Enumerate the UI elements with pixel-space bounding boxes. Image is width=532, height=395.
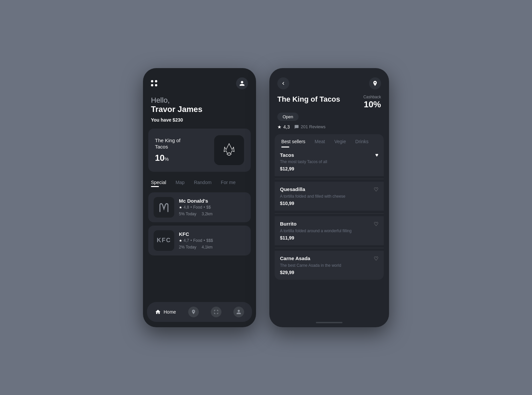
cat-tab-drinks[interactable]: Drinks bbox=[355, 139, 369, 148]
menu-item-header-tacos: Tacos ♥ bbox=[280, 152, 378, 158]
kfc-category: Food bbox=[193, 238, 202, 243]
kfc-distance: 4,1km bbox=[201, 245, 212, 249]
restaurant-meta-kfc: ★ 4,7 • Food • $$$ bbox=[179, 238, 245, 243]
menu-item-tacos[interactable]: Tacos ♥ The most tasty Tacos of all $12,… bbox=[275, 148, 384, 176]
restaurant-tags-kfc: 2% Today 4,1km bbox=[179, 245, 245, 249]
mcdonalds-distance: 3,2km bbox=[201, 212, 212, 216]
kfc-cashback: 2% Today bbox=[179, 245, 196, 249]
tab-special[interactable]: Special bbox=[151, 180, 166, 187]
menu-item-price-carneasada: $29,99 bbox=[280, 270, 378, 275]
menu-item-desc-burrito: A tortilla folded around a wonderful fil… bbox=[280, 229, 378, 233]
mcdonalds-rating: 4,8 bbox=[184, 205, 189, 210]
restaurant-card-mcdonalds[interactable]: Mc Donald's ★ 4,8 • Food • $$ 5% Today 3… bbox=[148, 192, 251, 222]
menu-item-desc-quesadilla: A tortilla folded and filled with cheese bbox=[280, 194, 378, 199]
mcdonalds-cashback: 5% Today bbox=[179, 212, 196, 216]
tab-random[interactable]: Random bbox=[194, 180, 211, 187]
heart-icon-burrito[interactable]: ♡ bbox=[374, 221, 378, 227]
menu-item-header-quesadilla: Quesadilla ♡ bbox=[280, 186, 378, 193]
restaurant-title: The King of Tacos bbox=[277, 95, 340, 104]
rating-value: 4,3 bbox=[283, 124, 290, 130]
promo-logo-box bbox=[214, 135, 244, 165]
cat-tab-meat[interactable]: Meat bbox=[315, 139, 325, 148]
cat-tab-vegie[interactable]: Vegie bbox=[334, 139, 346, 148]
star-icon-kfc: ★ bbox=[179, 239, 182, 243]
menu-item-header-carneasada: Carne Asada ♡ bbox=[280, 255, 378, 262]
star-filled-icon: ★ bbox=[277, 124, 282, 130]
menu-item-price-quesadilla: $10,99 bbox=[280, 201, 378, 206]
right-phone: The King of Tacos Cashback 10% Open ★ 4,… bbox=[269, 68, 389, 327]
promo-name: The King ofTacos bbox=[155, 137, 181, 150]
balance-prefix: You have bbox=[151, 117, 173, 123]
tab-forme[interactable]: For me bbox=[221, 180, 235, 187]
restaurant-header: The King of Tacos Cashback 10% bbox=[269, 95, 389, 110]
promo-text: The King ofTacos 10% bbox=[155, 137, 181, 163]
profile-button[interactable] bbox=[236, 77, 248, 89]
rating-row: ★ 4,3 201 Reviews bbox=[269, 120, 389, 134]
cashback-value: 10% bbox=[363, 99, 381, 110]
kfc-rating: 4,7 bbox=[184, 238, 189, 243]
nav-scan-button[interactable] bbox=[211, 307, 221, 317]
promo-card[interactable]: The King ofTacos 10% bbox=[148, 129, 251, 172]
greeting-section: Hello, Travor James bbox=[143, 93, 256, 114]
nav-profile-button[interactable] bbox=[233, 307, 244, 317]
restaurant-card-kfc[interactable]: KFC KFC ★ 4,7 • Food • $$$ 2% Today 4,1k… bbox=[148, 226, 251, 255]
back-button[interactable] bbox=[277, 77, 289, 89]
menu-item-burrito[interactable]: Burrito ♡ A tortilla folded around a won… bbox=[275, 216, 384, 245]
filter-tabs: Special Map Random For me bbox=[143, 174, 256, 190]
balance-amount: $230 bbox=[173, 117, 183, 123]
mcdonalds-category: Food bbox=[193, 205, 202, 210]
restaurant-tags-mcdonalds: 5% Today 3,2km bbox=[179, 212, 245, 216]
nav-location-button[interactable] bbox=[188, 307, 199, 317]
restaurant-name-mcdonalds: Mc Donald's bbox=[179, 198, 245, 204]
top-bar-left bbox=[143, 68, 256, 93]
tab-map[interactable]: Map bbox=[176, 180, 185, 187]
open-badge: Open bbox=[277, 114, 381, 120]
bottom-nav: Home bbox=[147, 302, 252, 322]
heart-icon-tacos[interactable]: ♥ bbox=[375, 152, 379, 158]
star-icon: ★ bbox=[179, 205, 182, 210]
restaurant-name-kfc: KFC bbox=[179, 231, 245, 237]
menu-item-desc-tacos: The most tasty Tacos of all bbox=[280, 159, 378, 164]
home-label: Home bbox=[164, 309, 176, 315]
menu-item-header-burrito: Burrito ♡ bbox=[280, 221, 378, 227]
greeting-name: Travor James bbox=[151, 105, 248, 114]
heart-icon-quesadilla[interactable]: ♡ bbox=[374, 186, 378, 193]
menu-item-name-tacos: Tacos bbox=[280, 152, 294, 158]
menu-item-name-burrito: Burrito bbox=[280, 221, 297, 227]
cashback-box: Cashback 10% bbox=[363, 95, 381, 110]
cashback-label: Cashback bbox=[363, 95, 381, 99]
kfc-text: KFC bbox=[157, 237, 171, 244]
heart-icon-carneasada[interactable]: ♡ bbox=[374, 255, 378, 262]
balance-section: You have $230 bbox=[143, 114, 256, 126]
reviews-display: 201 Reviews bbox=[294, 124, 325, 129]
greeting-hello: Hello, bbox=[151, 96, 248, 105]
restaurant-info-mcdonalds: Mc Donald's ★ 4,8 • Food • $$ 5% Today 3… bbox=[179, 198, 245, 216]
restaurant-meta-mcdonalds: ★ 4,8 • Food • $$ bbox=[179, 205, 245, 210]
menu-item-name-carneasada: Carne Asada bbox=[280, 255, 310, 261]
kfc-price: $$$ bbox=[206, 238, 213, 243]
nav-home[interactable]: Home bbox=[155, 309, 176, 315]
menu-item-price-burrito: $11,99 bbox=[280, 235, 378, 241]
top-bar-right bbox=[269, 68, 389, 95]
restaurant-info-kfc: KFC ★ 4,7 • Food • $$$ 2% Today 4,1km bbox=[179, 231, 245, 249]
kfc-logo: KFC bbox=[154, 230, 174, 251]
location-button[interactable] bbox=[369, 77, 381, 89]
promo-cashback: 10% bbox=[155, 153, 181, 163]
chat-icon bbox=[294, 125, 299, 129]
rating-display: ★ 4,3 bbox=[277, 124, 290, 130]
scroll-indicator bbox=[269, 318, 389, 327]
left-phone: Hello, Travor James You have $230 The Ki… bbox=[143, 68, 256, 327]
menu-item-carneasada[interactable]: Carne Asada ♡ The best Carne Asada in th… bbox=[275, 251, 384, 280]
menu-item-quesadilla[interactable]: Quesadilla ♡ A tortilla folded and fille… bbox=[275, 182, 384, 211]
category-tabs: Best sellers Meat Vegie Drinks bbox=[275, 134, 384, 148]
cat-tab-bestsellers[interactable]: Best sellers bbox=[281, 139, 305, 148]
menu-item-price-tacos: $12,99 bbox=[280, 166, 378, 171]
menu-dots-icon[interactable] bbox=[151, 80, 157, 86]
menu-item-desc-carneasada: The best Carne Asada in the world bbox=[280, 263, 378, 268]
restaurant-list: Mc Donald's ★ 4,8 • Food • $$ 5% Today 3… bbox=[143, 190, 256, 299]
mcdonalds-price: $$ bbox=[206, 205, 210, 210]
reviews-count: 201 Reviews bbox=[301, 124, 325, 129]
scroll-bar bbox=[316, 322, 342, 323]
menu-item-name-quesadilla: Quesadilla bbox=[280, 186, 305, 192]
menu-list: Tacos ♥ The most tasty Tacos of all $12,… bbox=[269, 148, 389, 318]
